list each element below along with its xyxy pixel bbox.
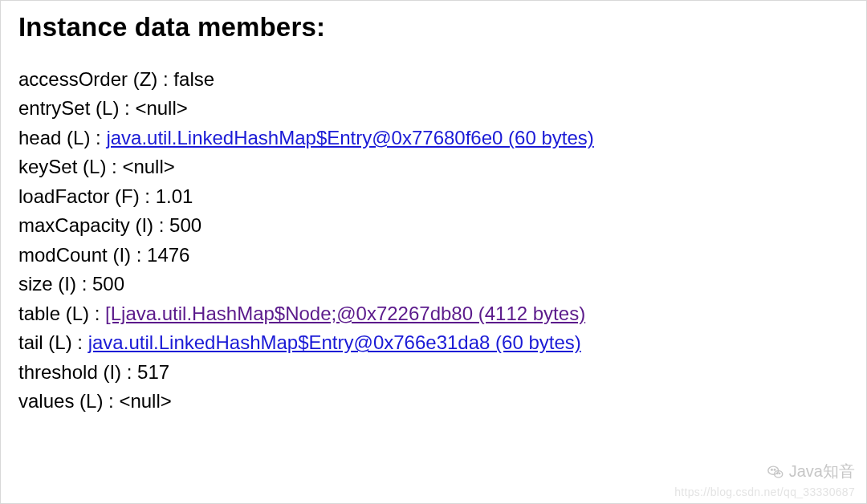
member-value: <null> [122, 156, 174, 177]
member-row: entrySet (L) : <null> [18, 94, 849, 123]
watermark-label: Java知音 [789, 461, 855, 482]
member-link[interactable]: [Ljava.util.HashMap$Node;@0x72267db80 (4… [105, 303, 585, 324]
svg-point-2 [771, 469, 772, 470]
svg-point-5 [779, 473, 779, 474]
member-prefix: maxCapacity (I) : [18, 214, 169, 236]
member-row: table (L) : [Ljava.util.HashMap$Node;@0x… [18, 299, 849, 328]
members-list: accessOrder (Z) : falseentrySet (L) : <n… [18, 65, 849, 417]
member-row: accessOrder (Z) : false [18, 65, 849, 94]
member-row: size (I) : 500 [18, 270, 849, 299]
member-link[interactable]: java.util.LinkedHashMap$Entry@0x766e31da… [88, 331, 581, 353]
member-value: false [173, 68, 214, 90]
member-value: <null> [119, 390, 171, 412]
member-prefix: modCount (I) : [18, 244, 147, 266]
member-row: threshold (I) : 517 [18, 358, 849, 387]
svg-point-3 [774, 469, 775, 470]
member-value: 1476 [147, 244, 189, 266]
svg-point-4 [776, 473, 777, 474]
member-prefix: threshold (I) : [18, 361, 137, 383]
member-row: maxCapacity (I) : 500 [18, 211, 849, 240]
member-row: values (L) : <null> [18, 387, 849, 416]
watermark-sub: https://blog.csdn.net/qq_33330687 [674, 486, 855, 498]
member-value: 500 [169, 214, 201, 236]
member-prefix: loadFactor (F) : [18, 185, 156, 207]
member-prefix: keySet (L) : [18, 156, 122, 177]
member-link[interactable]: java.util.LinkedHashMap$Entry@0x77680f6e… [106, 127, 593, 148]
watermark: Java知音 [767, 461, 855, 482]
member-value: <null> [135, 97, 187, 119]
member-row: tail (L) : java.util.LinkedHashMap$Entry… [18, 328, 849, 357]
member-value: 1.01 [156, 185, 193, 207]
member-row: head (L) : java.util.LinkedHashMap$Entry… [18, 124, 849, 152]
member-prefix: accessOrder (Z) : [18, 68, 173, 90]
wechat-icon [767, 463, 784, 481]
member-value: 500 [92, 273, 124, 295]
member-prefix: tail (L) : [18, 331, 88, 353]
member-prefix: size (I) : [18, 273, 92, 295]
member-prefix: values (L) : [18, 390, 119, 412]
member-row: loadFactor (F) : 1.01 [18, 182, 849, 211]
member-row: modCount (I) : 1476 [18, 241, 849, 270]
section-title: Instance data members: [18, 12, 849, 43]
member-prefix: entrySet (L) : [18, 97, 135, 119]
member-prefix: head (L) : [18, 127, 106, 148]
member-row: keySet (L) : <null> [18, 152, 849, 181]
member-prefix: table (L) : [18, 303, 105, 324]
member-value: 517 [137, 361, 169, 383]
